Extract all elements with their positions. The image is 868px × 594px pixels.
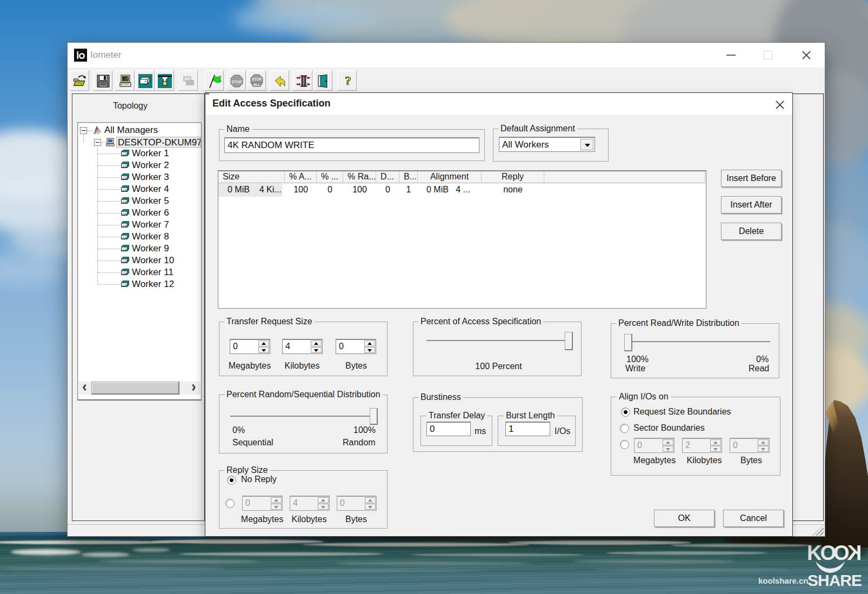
svg-text:?: ? (345, 74, 351, 88)
svg-text:ALL: ALL (253, 83, 261, 86)
svg-text:STOP: STOP (232, 80, 242, 84)
svg-text:STOP: STOP (252, 77, 262, 81)
